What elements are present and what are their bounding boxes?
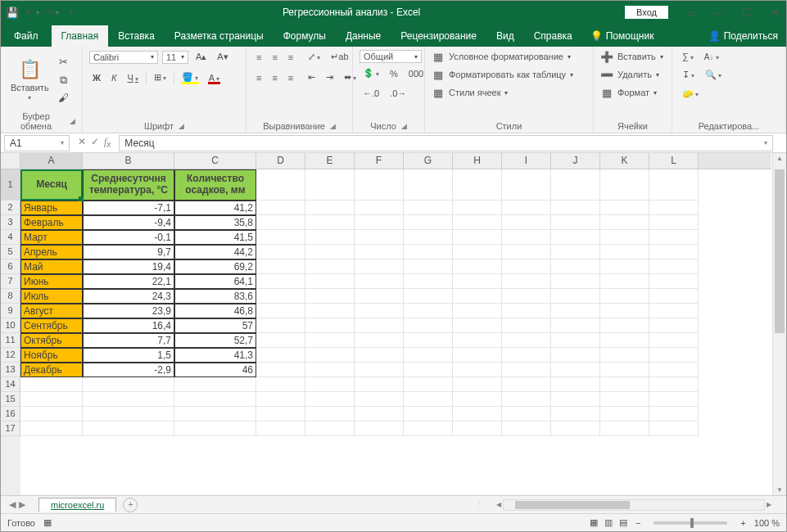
cell-styles-button[interactable]: ▦Стили ячеек▾ [432, 86, 586, 99]
cell[interactable] [20, 377, 83, 392]
cell[interactable] [305, 318, 355, 333]
insert-cells-button[interactable]: ➕Вставить▾ [600, 50, 665, 63]
decrease-decimal-icon[interactable]: .0→ [387, 87, 409, 100]
cell[interactable] [649, 333, 699, 348]
cell[interactable] [20, 422, 83, 436]
horizontal-scrollbar[interactable] [503, 499, 765, 511]
cell-temperature[interactable]: 24,3 [83, 289, 174, 304]
header-temperature[interactable]: Среднесуточня температура, °C [83, 169, 174, 201]
zoom-handle[interactable] [690, 518, 694, 528]
cell[interactable] [600, 363, 649, 377]
column-header-A[interactable]: A [20, 153, 83, 169]
row-header-14[interactable]: 14 [1, 377, 20, 392]
cell[interactable] [453, 245, 502, 259]
cell[interactable] [305, 333, 355, 348]
row-header-1[interactable]: 1 [1, 169, 20, 201]
cell[interactable] [600, 289, 649, 304]
redo-icon[interactable]: ↷ [45, 6, 58, 19]
fill-button[interactable]: ↧ [679, 68, 698, 82]
scrollbar-thumb[interactable] [515, 501, 630, 509]
cell[interactable] [404, 215, 453, 230]
dialog-launcher-icon[interactable]: ◢ [70, 117, 75, 125]
cell-month[interactable]: Октябрь [20, 333, 83, 348]
cell-precipitation[interactable]: 44,2 [174, 245, 256, 259]
cell[interactable] [600, 215, 649, 230]
comma-format-icon[interactable]: 000 [405, 67, 427, 80]
cell-temperature[interactable]: 1,5 [83, 348, 174, 363]
cell[interactable] [502, 304, 551, 318]
tab-view[interactable]: Вид [486, 25, 524, 47]
cell[interactable] [355, 333, 404, 348]
cell[interactable] [502, 392, 551, 407]
cell[interactable] [256, 363, 305, 377]
share-button[interactable]: 👤Поделиться [700, 25, 786, 47]
align-left-icon[interactable]: ≡ [253, 71, 265, 84]
format-cells-button[interactable]: ▦Формат▾ [600, 86, 665, 99]
percent-format-icon[interactable]: % [387, 67, 401, 80]
cell[interactable] [551, 230, 600, 245]
cell-temperature[interactable]: 9,7 [83, 245, 174, 259]
cell[interactable] [256, 348, 305, 363]
cell-month[interactable]: Июль [20, 289, 83, 304]
cell[interactable] [305, 304, 355, 318]
cell-temperature[interactable]: 22,1 [83, 274, 174, 289]
cell-precipitation[interactable]: 69,2 [174, 259, 256, 274]
cell[interactable] [600, 230, 649, 245]
row-header-17[interactable]: 17 [1, 422, 20, 436]
cut-icon[interactable]: ✂ [57, 56, 70, 69]
cell-temperature[interactable]: 16,4 [83, 318, 174, 333]
align-right-icon[interactable]: ≡ [285, 71, 296, 84]
cell[interactable] [83, 392, 174, 407]
column-header-D[interactable]: D [256, 153, 305, 169]
cell[interactable] [453, 392, 502, 407]
cell[interactable] [649, 289, 699, 304]
cell-precipitation[interactable]: 35,8 [174, 215, 256, 230]
sheet-nav-next-icon[interactable]: ▶ [19, 499, 25, 510]
cell[interactable] [256, 333, 305, 348]
sort-filter-button[interactable]: A↓ [701, 51, 722, 63]
cell[interactable] [174, 422, 256, 436]
cell[interactable] [404, 259, 453, 274]
cell[interactable] [551, 215, 600, 230]
header-precipitation[interactable]: Количество осадков, мм [174, 169, 256, 201]
tab-tell-me[interactable]: 💡Помощник [582, 25, 663, 47]
cell[interactable] [649, 407, 699, 422]
row-header-15[interactable]: 15 [1, 392, 20, 407]
macro-record-icon[interactable]: ▦ [43, 517, 52, 528]
cell[interactable] [649, 215, 699, 230]
minimize-icon[interactable]: — [712, 6, 726, 19]
cell[interactable] [404, 274, 453, 289]
cell[interactable] [355, 363, 404, 377]
cell[interactable] [404, 407, 453, 422]
cell[interactable] [453, 407, 502, 422]
column-header-E[interactable]: E [305, 153, 355, 169]
cell[interactable] [600, 392, 649, 407]
cell[interactable] [649, 259, 699, 274]
cell[interactable] [649, 274, 699, 289]
cell-temperature[interactable]: 23,9 [83, 304, 174, 318]
cell-precipitation[interactable]: 41,2 [174, 201, 256, 215]
cell[interactable] [404, 422, 453, 436]
normal-view-icon[interactable]: ▦ [590, 517, 598, 528]
cell[interactable] [453, 348, 502, 363]
row-header-4[interactable]: 4 [1, 230, 20, 245]
row-header-2[interactable]: 2 [1, 201, 20, 215]
tab-review[interactable]: Рецензирование [391, 25, 486, 47]
cell[interactable] [355, 274, 404, 289]
cell-month[interactable]: Август [20, 304, 83, 318]
cell[interactable] [600, 377, 649, 392]
cell[interactable] [551, 201, 600, 215]
cell[interactable] [404, 169, 453, 201]
name-box[interactable]: A1▾ [4, 135, 70, 151]
cell-temperature[interactable]: -0,1 [83, 230, 174, 245]
font-color-button[interactable]: A [206, 71, 223, 84]
formula-input[interactable]: Месяц▾ [119, 135, 773, 151]
cell[interactable] [649, 392, 699, 407]
cell[interactable] [305, 407, 355, 422]
cell[interactable] [502, 169, 551, 201]
cell[interactable] [305, 377, 355, 392]
zoom-out-icon[interactable]: − [635, 518, 640, 528]
add-sheet-button[interactable]: + [123, 498, 138, 512]
cell[interactable] [600, 318, 649, 333]
column-header-L[interactable]: L [649, 153, 699, 169]
